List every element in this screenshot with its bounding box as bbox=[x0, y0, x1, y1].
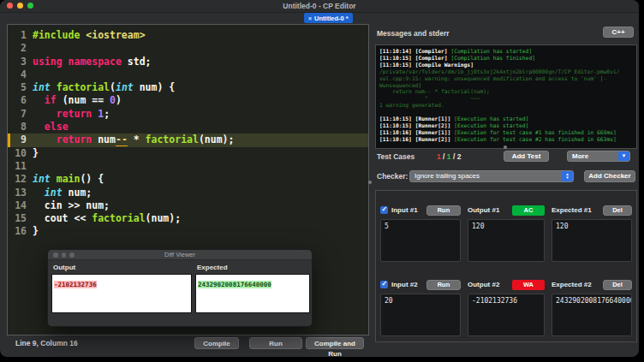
input-label: Input #1 bbox=[391, 206, 418, 214]
code-line-1[interactable]: 1#include <iostream> bbox=[8, 29, 368, 42]
delete-testcase-2-button[interactable]: Del bbox=[603, 280, 632, 290]
console-line: [11:10:16] [Runner[2]] [Execution for te… bbox=[379, 136, 633, 143]
console-token: return num-- * factorial(num); bbox=[379, 88, 490, 94]
zoom-window-button[interactable] bbox=[27, 3, 33, 9]
code-text: else bbox=[33, 121, 69, 134]
code-token: using namespace bbox=[33, 56, 122, 68]
code-token: num; bbox=[63, 187, 92, 199]
run-testcase-1-button[interactable]: Run bbox=[426, 205, 461, 216]
code-token: } bbox=[33, 225, 39, 237]
code-line-12[interactable]: 12int main() { bbox=[8, 173, 368, 186]
output-label: Output #2 bbox=[468, 281, 499, 288]
more-dropdown[interactable]: More ▼ bbox=[567, 151, 630, 162]
add-checker-button[interactable]: Add Checker bbox=[584, 170, 635, 182]
output-box[interactable]: 120 bbox=[468, 219, 545, 262]
line-number: 2 bbox=[10, 42, 33, 55]
code-line-9[interactable]: 9 return num-- * factorial(num); bbox=[8, 134, 368, 146]
testcases-area[interactable]: Input #1RunOutput #1ACExpected #1Del5120… bbox=[375, 190, 637, 342]
code-line-8[interactable]: 8 else bbox=[8, 121, 368, 134]
code-token: if bbox=[45, 94, 57, 106]
testcase-2-checkbox[interactable] bbox=[380, 281, 388, 288]
code-line-6[interactable]: 6 if (num == 0) bbox=[8, 94, 368, 107]
checker-dropdown[interactable]: Ignore trailing spaces ▲▼ bbox=[409, 170, 574, 182]
console-line: [11:10:15] [Compile Warnings] bbox=[379, 62, 633, 68]
minimize-window-button[interactable] bbox=[17, 3, 23, 9]
diff-output-panel[interactable]: -2102132736 bbox=[51, 274, 192, 313]
close-window-button[interactable] bbox=[7, 3, 13, 9]
expected-box[interactable]: 120 bbox=[552, 219, 632, 262]
code-token: factorial bbox=[57, 81, 110, 93]
console-line: [11:10:15] [Runner[1]] [Execution has st… bbox=[379, 116, 633, 122]
total-count: 2 bbox=[457, 152, 462, 161]
testcase-1-output-column-header: Output #1AC bbox=[468, 205, 545, 216]
testcase-1-checkbox[interactable] bbox=[380, 206, 388, 214]
diff-viewer-title-bar[interactable]: Diff Viewer bbox=[48, 250, 312, 260]
input-box[interactable]: 20 bbox=[380, 294, 461, 336]
line-number: 8 bbox=[10, 121, 33, 134]
expected-label: Expected #1 bbox=[552, 206, 592, 214]
code-line-3[interactable]: 3using namespace std; bbox=[8, 56, 368, 68]
add-test-button[interactable]: Add Test bbox=[504, 151, 549, 162]
code-token: ) bbox=[116, 94, 122, 106]
code-line-15[interactable]: 15 cout << factorial(num); bbox=[8, 212, 368, 225]
code-token: int bbox=[33, 81, 51, 93]
code-text: cout << factorial(num); bbox=[33, 212, 181, 225]
tab-close-icon[interactable]: × bbox=[308, 15, 312, 21]
run-testcase-2-button[interactable]: Run bbox=[426, 280, 461, 290]
diff-minimize-button[interactable] bbox=[62, 252, 67, 258]
chevron-down-icon: ▼ bbox=[618, 151, 629, 161]
run-button[interactable]: Run bbox=[249, 337, 302, 349]
code-line-4[interactable]: 4 bbox=[8, 68, 368, 81]
diff-output-label: Output bbox=[53, 264, 75, 271]
code-line-7[interactable]: 7 return 1; bbox=[8, 108, 368, 121]
diff-viewer-title: Diff Viewer bbox=[48, 250, 312, 259]
horizontal-splitter-handle[interactable] bbox=[504, 145, 507, 149]
code-token bbox=[33, 187, 45, 199]
code-line-14[interactable]: 14 cin >> num; bbox=[8, 199, 368, 212]
diff-viewer-window[interactable]: Diff Viewer Output Expected -2102132736 … bbox=[47, 249, 313, 327]
compile-and-run-button[interactable]: Compile and Run bbox=[306, 337, 364, 349]
code-line-16[interactable]: 16} bbox=[8, 225, 368, 238]
expected-box[interactable]: 2432902008176640000 bbox=[552, 294, 632, 336]
console-token: [11:10:15] [Runner[1]] bbox=[379, 116, 454, 122]
code-line-10[interactable]: 10} bbox=[8, 147, 368, 160]
console-token: sol.cpp:9:15: warning: unsequenced modif… bbox=[379, 75, 606, 81]
code-token: * bbox=[128, 134, 146, 145]
input-box[interactable]: 5 bbox=[380, 219, 461, 262]
code-token: #include bbox=[33, 29, 80, 41]
code-token: (num); bbox=[199, 134, 235, 145]
line-number: 16 bbox=[10, 225, 33, 238]
language-button[interactable]: C++ bbox=[603, 27, 634, 38]
code-area[interactable]: 1#include <iostream>23using namespace st… bbox=[8, 25, 368, 239]
diff-zoom-button[interactable] bbox=[69, 252, 75, 258]
title-bar[interactable]: Untitled-0 - CP Editor bbox=[0, 0, 639, 13]
tab-untitled-0[interactable]: × Untitled-0 * bbox=[304, 13, 353, 23]
line-number: 3 bbox=[10, 56, 33, 68]
code-token: int bbox=[45, 187, 63, 199]
vertical-splitter-handle[interactable] bbox=[368, 181, 372, 184]
line-number: 14 bbox=[10, 199, 33, 212]
delete-testcase-1-button[interactable]: Del bbox=[603, 205, 632, 216]
code-line-13[interactable]: 13 int num; bbox=[8, 187, 368, 199]
compile-button[interactable]: Compile bbox=[194, 337, 239, 349]
code-token bbox=[51, 81, 57, 93]
code-token: 0 bbox=[110, 94, 116, 106]
diff-expected-panel[interactable]: 2432902008176640000 bbox=[195, 274, 310, 313]
console-token: [Compilation has finished] bbox=[450, 55, 535, 61]
right-panel: Messages and stderr C++ [11:10:14] [Comp… bbox=[373, 24, 639, 344]
cp-editor-window: Untitled-0 - CP Editor × Untitled-0 * 1#… bbox=[0, 0, 639, 357]
console-line: sol.cpp:9:15: warning: unsequenced modif… bbox=[379, 75, 633, 82]
code-token: ; bbox=[104, 108, 110, 120]
code-line-11[interactable]: 11 bbox=[8, 160, 368, 173]
line-number: 4 bbox=[10, 68, 33, 81]
console-line: [11:10:15] [Compiler] [Compilation has f… bbox=[379, 55, 633, 62]
diff-close-button[interactable] bbox=[53, 252, 58, 258]
input-label: Input #2 bbox=[391, 281, 418, 288]
console-log[interactable]: [11:10:14] [Compiler] [Compilation has s… bbox=[375, 45, 637, 149]
code-line-5[interactable]: 5int factorial(int num) { bbox=[8, 81, 368, 94]
console-line: Wunsequenced] bbox=[379, 82, 633, 89]
output-box[interactable]: -2102132736 bbox=[468, 294, 545, 336]
code-text: return num-- * factorial(num); bbox=[33, 134, 234, 146]
code-text: int num; bbox=[33, 187, 92, 199]
code-line-2[interactable]: 2 bbox=[8, 42, 368, 55]
